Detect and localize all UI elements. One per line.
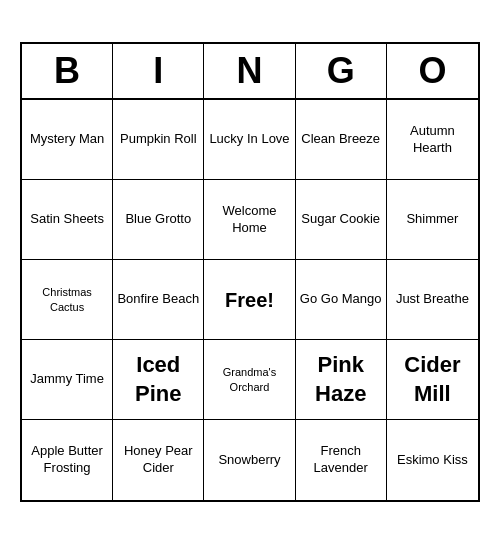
bingo-cell-10: Christmas Cactus [22,260,113,340]
bingo-cell-11: Bonfire Beach [113,260,204,340]
bingo-cell-4: Autumn Hearth [387,100,478,180]
bingo-cell-7: Welcome Home [204,180,295,260]
bingo-card: BINGO Mystery ManPumpkin RollLucky In Lo… [20,42,480,502]
bingo-cell-2: Lucky In Love [204,100,295,180]
bingo-cell-6: Blue Grotto [113,180,204,260]
bingo-cell-12: Free! [204,260,295,340]
bingo-letter-i: I [113,44,204,98]
bingo-letter-n: N [204,44,295,98]
bingo-cell-19: Cider Mill [387,340,478,420]
bingo-cell-13: Go Go Mango [296,260,387,340]
bingo-cell-24: Eskimo Kiss [387,420,478,500]
bingo-header: BINGO [22,44,478,100]
bingo-cell-16: Iced Pine [113,340,204,420]
bingo-cell-17: Grandma's Orchard [204,340,295,420]
bingo-letter-o: O [387,44,478,98]
bingo-cell-21: Honey Pear Cider [113,420,204,500]
bingo-letter-g: G [296,44,387,98]
bingo-cell-5: Satin Sheets [22,180,113,260]
bingo-cell-1: Pumpkin Roll [113,100,204,180]
bingo-cell-23: French Lavender [296,420,387,500]
bingo-cell-8: Sugar Cookie [296,180,387,260]
bingo-cell-9: Shimmer [387,180,478,260]
bingo-grid: Mystery ManPumpkin RollLucky In LoveClea… [22,100,478,500]
bingo-cell-15: Jammy Time [22,340,113,420]
bingo-cell-22: Snowberry [204,420,295,500]
bingo-cell-0: Mystery Man [22,100,113,180]
bingo-cell-18: Pink Haze [296,340,387,420]
bingo-cell-3: Clean Breeze [296,100,387,180]
bingo-letter-b: B [22,44,113,98]
bingo-cell-20: Apple Butter Frosting [22,420,113,500]
bingo-cell-14: Just Breathe [387,260,478,340]
